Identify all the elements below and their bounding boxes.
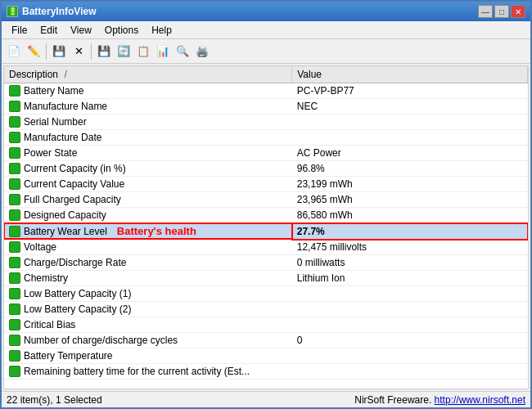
table-row[interactable]: Low Battery Capacity (2) <box>4 302 528 317</box>
menu-view[interactable]: View <box>64 23 98 38</box>
row-description: Manufacture Date <box>24 132 101 143</box>
close-button[interactable]: ✕ <box>511 5 525 18</box>
table-row[interactable]: Critical Bias <box>4 317 528 333</box>
row-icon <box>9 319 20 330</box>
menu-options[interactable]: Options <box>98 23 145 38</box>
row-value: 23,199 mWh <box>292 177 528 192</box>
row-value: 0 milliwatts <box>292 255 528 271</box>
battery-health-annotation: Battery's health <box>117 225 196 237</box>
table-row[interactable]: Battery Wear LevelBattery's health27.7% <box>4 223 528 240</box>
status-link[interactable]: http://www.nirsoft.net <box>435 394 525 406</box>
row-value <box>292 286 528 302</box>
row-value <box>292 364 528 380</box>
status-credit: NirSoft Freeware. <box>354 394 431 406</box>
toolbar-save2[interactable]: 💾 <box>95 43 113 61</box>
title-bar-left: 🔋 BatteryInfoView <box>7 6 96 17</box>
table-row[interactable]: Current Capacity (in %)96.8% <box>4 161 528 177</box>
table-row[interactable]: Voltage12,475 millivolts <box>4 240 528 255</box>
table-row[interactable]: Low Battery Capacity (1) <box>4 286 528 302</box>
minimize-button[interactable]: — <box>478 5 493 18</box>
row-value <box>292 302 528 317</box>
row-value: AC Power <box>292 146 528 161</box>
toolbar-save[interactable]: 💾 <box>50 43 68 61</box>
row-value: 86,580 mWh <box>292 208 528 223</box>
row-value: 96.8% <box>292 161 528 177</box>
row-value <box>292 317 528 333</box>
app-icon: 🔋 <box>7 6 18 17</box>
row-description: Battery Temperature <box>24 350 113 362</box>
row-description: Chemistry <box>24 272 68 284</box>
row-icon <box>9 116 20 128</box>
row-description: Full Charged Capacity <box>24 194 121 205</box>
menu-edit[interactable]: Edit <box>34 23 64 38</box>
toolbar-report[interactable]: 📊 <box>154 43 172 61</box>
data-table: Description / Value Battery NamePC-VP-BP… <box>4 66 528 380</box>
row-description: Voltage <box>24 241 56 253</box>
table-row[interactable]: Current Capacity Value23,199 mWh <box>4 177 528 192</box>
table-row[interactable]: Manufacture NameNEC <box>4 99 528 115</box>
menu-bar: File Edit View Options Help <box>2 21 530 39</box>
title-bar: 🔋 BatteryInfoView — □ ✕ <box>2 2 530 21</box>
toolbar-sep-2 <box>91 43 92 60</box>
row-icon <box>9 288 20 299</box>
toolbar-copy[interactable]: 📋 <box>134 43 152 61</box>
row-description: Serial Number <box>24 116 87 128</box>
row-icon <box>9 209 20 221</box>
table-row[interactable]: Designed Capacity86,580 mWh <box>4 208 528 223</box>
col-header-value[interactable]: Value <box>292 66 528 83</box>
row-value <box>292 348 528 364</box>
row-icon <box>9 303 20 315</box>
row-description: Low Battery Capacity (1) <box>24 288 131 299</box>
row-icon <box>9 194 20 205</box>
row-description: Critical Bias <box>24 319 75 330</box>
row-description: Manufacture Name <box>24 101 107 112</box>
row-icon <box>9 147 20 159</box>
table-row[interactable]: Remaining battery time for the current a… <box>4 364 528 380</box>
table-row[interactable]: Number of charge/discharge cycles0 <box>4 333 528 348</box>
toolbar-print[interactable]: 🖨️ <box>193 43 211 61</box>
table-row[interactable]: Manufacture Date <box>4 130 528 146</box>
row-icon <box>9 85 20 97</box>
toolbar: 📄 ✏️ 💾 ✕ 💾 🔄 📋 📊 🔍 🖨️ <box>2 39 530 64</box>
row-icon <box>9 366 20 377</box>
main-window: 🔋 BatteryInfoView — □ ✕ File Edit View O… <box>0 0 532 409</box>
table-row[interactable]: Power StateAC Power <box>4 146 528 161</box>
maximize-button[interactable]: □ <box>494 5 509 18</box>
menu-help[interactable]: Help <box>145 23 178 38</box>
row-value <box>292 130 528 146</box>
menu-file[interactable]: File <box>5 23 34 38</box>
status-right: NirSoft Freeware. http://www.nirsoft.net <box>354 394 525 406</box>
row-value: 0 <box>292 333 528 348</box>
table-row[interactable]: Full Charged Capacity23,965 mWh <box>4 192 528 208</box>
row-description: Current Capacity Value <box>24 178 124 190</box>
toolbar-refresh[interactable]: 🔄 <box>115 43 133 61</box>
table-row[interactable]: Battery Temperature <box>4 348 528 364</box>
row-description: Designed Capacity <box>24 209 106 221</box>
row-description: Remaining battery time for the current a… <box>24 366 250 377</box>
table-row[interactable]: Charge/Discharge Rate0 milliwatts <box>4 255 528 271</box>
row-value: Lithium Ion <box>292 271 528 286</box>
toolbar-search[interactable]: 🔍 <box>174 43 192 61</box>
row-description: Power State <box>24 147 77 159</box>
row-value: 23,965 mWh <box>292 192 528 208</box>
col-header-description[interactable]: Description / <box>4 66 292 83</box>
row-description: Battery Name <box>24 85 83 97</box>
status-count: 22 item(s), 1 Selected <box>7 394 102 406</box>
title-buttons: — □ ✕ <box>478 5 525 18</box>
table-container: Description / Value Battery NamePC-VP-BP… <box>3 65 529 389</box>
row-description: Current Capacity (in %) <box>24 163 126 174</box>
row-description: Number of charge/discharge cycles <box>24 335 178 346</box>
row-value: NEC <box>292 99 528 115</box>
row-description: Battery Wear Level <box>24 226 107 237</box>
row-value: 12,475 millivolts <box>292 240 528 255</box>
row-description: Low Battery Capacity (2) <box>24 303 131 315</box>
toolbar-new[interactable]: 📄 <box>5 43 23 61</box>
row-icon <box>9 163 20 174</box>
toolbar-edit[interactable]: ✏️ <box>25 43 43 61</box>
toolbar-delete[interactable]: ✕ <box>70 43 88 61</box>
table-row[interactable]: Serial Number <box>4 115 528 130</box>
row-description: Charge/Discharge Rate <box>24 257 126 268</box>
table-row[interactable]: ChemistryLithium Ion <box>4 271 528 286</box>
table-row[interactable]: Battery NamePC-VP-BP77 <box>4 83 528 99</box>
row-icon <box>9 272 20 284</box>
